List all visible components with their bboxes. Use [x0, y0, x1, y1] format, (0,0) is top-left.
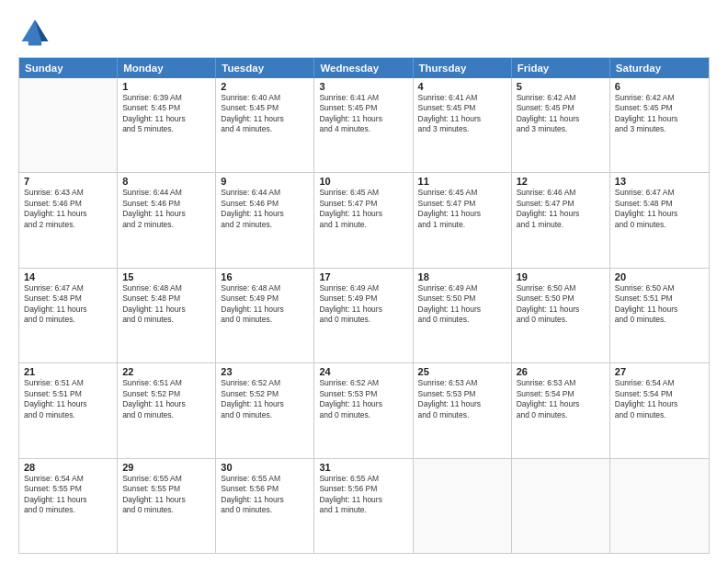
cell-info-line: and 0 minutes.	[615, 220, 704, 230]
cell-info-line: and 3 minutes.	[615, 124, 704, 134]
cell-info-line: Sunrise: 6:50 AM	[615, 283, 704, 293]
cell-info-line: Sunrise: 6:53 AM	[517, 378, 605, 388]
cell-info-line: and 1 minute.	[319, 505, 407, 515]
cell-info-line: Sunset: 5:53 PM	[319, 389, 407, 399]
cell-info-line: and 0 minutes.	[24, 410, 112, 420]
cell-info-line: Sunrise: 6:44 AM	[122, 188, 210, 198]
page: SundayMondayTuesdayWednesdayThursdayFrid…	[0, 0, 728, 563]
weekday-header-sunday: Sunday	[19, 58, 118, 78]
calendar-cell-r2c4: 18Sunrise: 6:49 AMSunset: 5:50 PMDayligh…	[414, 269, 512, 362]
calendar-cell-r2c5: 19Sunrise: 6:50 AMSunset: 5:50 PMDayligh…	[512, 269, 610, 362]
cell-info-line: Daylight: 11 hours	[418, 114, 506, 124]
cell-info-line: Sunrise: 6:51 AM	[24, 378, 112, 388]
cell-info-line: Sunrise: 6:41 AM	[319, 93, 407, 103]
cell-info-line: Sunset: 5:55 PM	[122, 484, 210, 494]
cell-info-line: Sunrise: 6:52 AM	[319, 378, 407, 388]
calendar-cell-r3c3: 24Sunrise: 6:52 AMSunset: 5:53 PMDayligh…	[314, 363, 413, 457]
calendar-row-4: 28Sunrise: 6:54 AMSunset: 5:55 PMDayligh…	[19, 458, 709, 553]
cell-info-line: Sunrise: 6:51 AM	[122, 378, 210, 388]
cell-info-line: Daylight: 11 hours	[24, 495, 112, 505]
cell-info-line: and 0 minutes.	[319, 315, 407, 325]
cell-info-line: and 1 minute.	[319, 220, 407, 230]
day-number: 14	[24, 271, 112, 282]
day-number: 6	[615, 81, 704, 92]
cell-info-line: Sunrise: 6:52 AM	[221, 378, 309, 388]
logo	[18, 17, 55, 50]
cell-info-line: and 0 minutes.	[517, 315, 605, 325]
cell-info-line: and 2 minutes.	[24, 220, 112, 230]
cell-info-line: and 0 minutes.	[418, 410, 506, 420]
calendar-cell-r3c1: 22Sunrise: 6:51 AMSunset: 5:52 PMDayligh…	[118, 363, 216, 457]
calendar-row-1: 7Sunrise: 6:43 AMSunset: 5:46 PMDaylight…	[19, 172, 709, 267]
cell-info-line: Daylight: 11 hours	[615, 399, 704, 409]
cell-info-line: Sunset: 5:45 PM	[517, 103, 605, 113]
cell-info-line: Sunrise: 6:46 AM	[517, 188, 605, 198]
day-number: 30	[221, 462, 309, 473]
cell-info-line: Sunrise: 6:40 AM	[221, 93, 309, 103]
cell-info-line: Daylight: 11 hours	[122, 495, 210, 505]
cell-info-line: Sunset: 5:48 PM	[24, 293, 112, 304]
day-number: 16	[221, 271, 309, 282]
cell-info-line: Sunrise: 6:43 AM	[24, 188, 112, 198]
cell-info-line: Daylight: 11 hours	[122, 114, 210, 124]
cell-info-line: Sunset: 5:52 PM	[221, 389, 309, 399]
cell-info-line: and 3 minutes.	[418, 124, 506, 134]
day-number: 29	[122, 462, 210, 473]
cell-info-line: Sunrise: 6:42 AM	[517, 93, 605, 103]
cell-info-line: Sunset: 5:50 PM	[418, 293, 506, 304]
cell-info-line: Sunset: 5:45 PM	[221, 103, 309, 113]
cell-info-line: Sunrise: 6:45 AM	[418, 188, 506, 198]
cell-info-line: Sunrise: 6:48 AM	[122, 283, 210, 293]
cell-info-line: Sunset: 5:55 PM	[24, 484, 112, 494]
day-number: 18	[418, 271, 506, 282]
cell-info-line: Sunset: 5:48 PM	[615, 199, 704, 209]
calendar-cell-r0c6: 6Sunrise: 6:42 AMSunset: 5:45 PMDaylight…	[610, 78, 709, 172]
cell-info-line: Sunset: 5:45 PM	[122, 103, 210, 113]
cell-info-line: and 1 minute.	[517, 220, 605, 230]
weekday-header-monday: Monday	[118, 58, 216, 78]
calendar-cell-r1c5: 12Sunrise: 6:46 AMSunset: 5:47 PMDayligh…	[512, 173, 610, 267]
cell-info-line: Sunrise: 6:44 AM	[221, 188, 309, 198]
day-number: 10	[319, 176, 407, 187]
cell-info-line: Sunrise: 6:49 AM	[418, 283, 506, 293]
cell-info-line: and 0 minutes.	[221, 505, 309, 515]
day-number: 13	[615, 176, 704, 187]
header	[18, 17, 710, 50]
cell-info-line: and 2 minutes.	[122, 220, 210, 230]
cell-info-line: Daylight: 11 hours	[319, 114, 407, 124]
cell-info-line: Daylight: 11 hours	[122, 399, 210, 409]
cell-info-line: and 0 minutes.	[319, 410, 407, 420]
svg-rect-2	[28, 41, 41, 46]
cell-info-line: Daylight: 11 hours	[221, 114, 309, 124]
day-number: 27	[615, 366, 704, 377]
cell-info-line: Sunset: 5:47 PM	[418, 199, 506, 209]
cell-info-line: and 0 minutes.	[24, 315, 112, 325]
cell-info-line: and 0 minutes.	[24, 505, 112, 515]
cell-info-line: Daylight: 11 hours	[24, 209, 112, 219]
weekday-header-saturday: Saturday	[610, 58, 709, 78]
calendar-row-0: 1Sunrise: 6:39 AMSunset: 5:45 PMDaylight…	[19, 78, 709, 172]
cell-info-line: and 0 minutes.	[418, 315, 506, 325]
day-number: 28	[24, 462, 112, 473]
day-number: 19	[517, 271, 605, 282]
calendar-cell-r2c1: 15Sunrise: 6:48 AMSunset: 5:48 PMDayligh…	[118, 269, 216, 362]
cell-info-line: Daylight: 11 hours	[221, 304, 309, 315]
cell-info-line: Sunset: 5:56 PM	[221, 484, 309, 494]
day-number: 9	[221, 176, 309, 187]
day-number: 23	[221, 366, 309, 377]
logo-icon	[18, 17, 51, 50]
day-number: 11	[418, 176, 506, 187]
cell-info-line: Sunset: 5:45 PM	[418, 103, 506, 113]
calendar-cell-r0c1: 1Sunrise: 6:39 AMSunset: 5:45 PMDaylight…	[118, 78, 216, 172]
day-number: 21	[24, 366, 112, 377]
calendar-cell-r4c5	[512, 459, 610, 553]
cell-info-line: Daylight: 11 hours	[24, 399, 112, 409]
cell-info-line: Daylight: 11 hours	[319, 495, 407, 505]
cell-info-line: Sunrise: 6:55 AM	[122, 474, 210, 484]
cell-info-line: Sunset: 5:54 PM	[615, 389, 704, 399]
cell-info-line: Sunset: 5:53 PM	[418, 389, 506, 399]
cell-info-line: Daylight: 11 hours	[221, 209, 309, 219]
calendar-cell-r2c2: 16Sunrise: 6:48 AMSunset: 5:49 PMDayligh…	[216, 269, 314, 362]
calendar-cell-r0c2: 2Sunrise: 6:40 AMSunset: 5:45 PMDaylight…	[216, 78, 314, 172]
cell-info-line: Daylight: 11 hours	[24, 304, 112, 315]
